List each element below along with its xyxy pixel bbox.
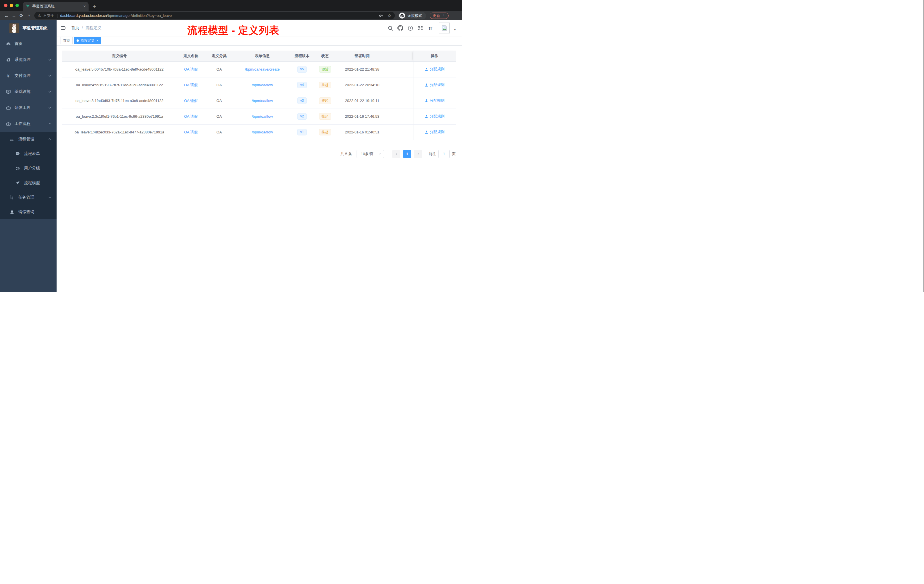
tab-close-icon[interactable]: ×	[83, 4, 86, 8]
minimize-window-button[interactable]	[10, 4, 13, 7]
avatar[interactable]	[439, 23, 450, 33]
tag-process-definition[interactable]: 流程定义 ×	[74, 37, 101, 44]
sidebar-logo: 芋道管理系统	[0, 20, 56, 36]
deploy-time-cell: 2022-01-22 19:19:11	[337, 93, 387, 109]
hamburger-button[interactable]	[61, 25, 66, 31]
close-window-button[interactable]	[4, 4, 7, 7]
form-info-cell: /bpm/oa/flow	[233, 93, 291, 109]
sidebar-item-user-group[interactable]: 用户分组	[0, 161, 56, 175]
prev-page-button[interactable]	[392, 150, 400, 158]
kebab-menu-icon[interactable]: ⋮	[442, 13, 446, 18]
page-1-button[interactable]: 1	[403, 150, 411, 158]
definition-name-link[interactable]: OA 请假	[184, 67, 198, 71]
form-link[interactable]: /bpm/oa/flow	[252, 83, 273, 87]
sidebar-item-infrastructure[interactable]: 基础设施	[0, 84, 56, 100]
definition-name-link[interactable]: OA 请假	[184, 130, 198, 134]
help-icon[interactable]: ?	[408, 25, 413, 31]
url-path: /bpm/manager/definition?key=oa_leave	[107, 13, 172, 18]
goto-page-input[interactable]: 1	[438, 150, 450, 158]
goto-prefix: 前往	[429, 152, 436, 157]
yen-icon: ¥	[6, 73, 11, 78]
zoom-window-button[interactable]	[15, 4, 19, 7]
definition-id-cell: oa_leave:2:3c1f0ef1-76b1-11ec-9c66-a2380…	[62, 109, 177, 124]
sidebar-item-task-management[interactable]: 任务管理	[0, 190, 56, 205]
assign-rule-label: 分配规则	[430, 129, 445, 135]
col-definition-category: 定义分类	[205, 51, 233, 61]
browser-tab[interactable]: 芋道管理系统 ×	[23, 2, 89, 11]
sidebar-item-process-form[interactable]: 流程表单	[0, 146, 56, 161]
definition-name-cell: OA 请假	[177, 93, 205, 109]
tag-home[interactable]: 首页	[61, 37, 73, 44]
assign-rule-link[interactable]: 分配规则	[424, 66, 445, 72]
browser-toolbar: ← → ⟳ ⌂ ⚠ 不安全 dashboard.yudao.iocoder.cn…	[0, 11, 462, 20]
main-area: 流程模型 - 定义列表 首页 / 流程定义 ?	[56, 20, 462, 292]
definition-category-cell: OA	[205, 61, 233, 77]
sidebar-item-process-model[interactable]: 流程模型	[0, 175, 56, 190]
gear-icon	[6, 58, 11, 62]
forward-button[interactable]: →	[10, 13, 18, 18]
fullscreen-icon[interactable]	[417, 25, 423, 31]
incognito-label: 无痕模式	[408, 13, 422, 18]
password-key-icon[interactable]	[379, 13, 383, 18]
address-divider	[57, 14, 58, 18]
definition-name-link[interactable]: OA 请假	[184, 114, 198, 119]
back-button[interactable]: ←	[3, 13, 10, 18]
version-cell: v1	[291, 124, 313, 140]
sidebar-item-dev-tools[interactable]: 研发工具	[0, 100, 56, 116]
favicon-sprout-icon	[26, 4, 30, 8]
status-cell: 激活	[313, 61, 337, 77]
form-link[interactable]: /bpm/oa/flow	[252, 99, 273, 103]
sidebar-item-label: 任务管理	[18, 195, 44, 200]
search-icon[interactable]	[388, 25, 393, 31]
new-tab-button[interactable]: +	[92, 3, 96, 10]
tags-view: 首页 流程定义 ×	[56, 36, 462, 46]
app-title: 芋道管理系统	[23, 25, 48, 31]
breadcrumb-home[interactable]: 首页	[71, 25, 79, 31]
font-size-icon[interactable]: tT	[427, 25, 433, 31]
tag-close-icon[interactable]: ×	[97, 39, 98, 42]
app: 芋道管理系统 首页 系统管理 ¥ 支付管理 基础设施	[0, 20, 462, 292]
page-size-select[interactable]: 10条/页	[356, 150, 384, 158]
robot-icon	[15, 166, 20, 171]
address-bar[interactable]: ⚠ 不安全 dashboard.yudao.iocoder.cn /bpm/ma…	[34, 12, 395, 20]
next-page-button[interactable]	[414, 150, 422, 158]
sidebar-item-leave-query[interactable]: 请假查询	[0, 205, 56, 219]
definition-name-link[interactable]: OA 请假	[184, 99, 198, 103]
filler-cell	[387, 77, 413, 93]
assign-rule-link[interactable]: 分配规则	[424, 82, 445, 87]
assign-rule-label: 分配规则	[430, 82, 445, 87]
reload-button[interactable]: ⟳	[18, 13, 25, 18]
assign-rule-link[interactable]: 分配规则	[424, 114, 445, 119]
status-badge: 挂起	[319, 129, 331, 135]
security-warning-icon[interactable]: ⚠	[38, 13, 41, 18]
avatar-caret-icon[interactable]: ▾	[454, 28, 456, 31]
person-icon	[424, 68, 428, 71]
form-link[interactable]: /bpm/oa/flow	[252, 130, 273, 134]
person-icon	[424, 83, 428, 87]
github-icon[interactable]	[398, 25, 403, 31]
assign-rule-link[interactable]: 分配规则	[424, 129, 445, 135]
bookmark-star-icon[interactable]: ☆	[388, 13, 391, 18]
assign-rule-link[interactable]: 分配规则	[424, 98, 445, 103]
goto-page: 前往 1 页	[429, 150, 456, 158]
sidebar-item-system[interactable]: 系统管理	[0, 52, 56, 68]
version-badge: v4	[297, 82, 307, 88]
sidebar-item-payment[interactable]: ¥ 支付管理	[0, 68, 56, 84]
definition-name-link[interactable]: OA 请假	[184, 83, 198, 87]
incognito-icon	[399, 13, 405, 18]
sidebar-item-workflow[interactable]: 工作流程	[0, 116, 56, 132]
sidebar-item-process-management[interactable]: 流程管理	[0, 132, 56, 146]
sidebar-item-home[interactable]: 首页	[0, 36, 56, 52]
form-link[interactable]: /bpm/oa/leave/create	[245, 67, 279, 71]
form-link[interactable]: /bpm/oa/flow	[252, 114, 273, 119]
status-cell: 挂起	[313, 109, 337, 124]
form-info-cell: /bpm/oa/flow	[233, 77, 291, 93]
deploy-time-cell: 2022-01-22 20:34:10	[337, 77, 387, 93]
chevron-right-icon	[417, 152, 420, 155]
person-icon	[424, 99, 428, 102]
update-button[interactable]: 更新 ⋮	[430, 13, 449, 19]
home-button[interactable]: ⌂	[25, 13, 33, 18]
actions-cell: 分配规则	[413, 61, 456, 77]
table-row: oa_leave:1:482ec033-762a-11ec-8477-a2380…	[62, 124, 456, 140]
table-row: oa_leave:5:004b710b-7b8a-11ec-8ef0-acde4…	[62, 61, 456, 77]
